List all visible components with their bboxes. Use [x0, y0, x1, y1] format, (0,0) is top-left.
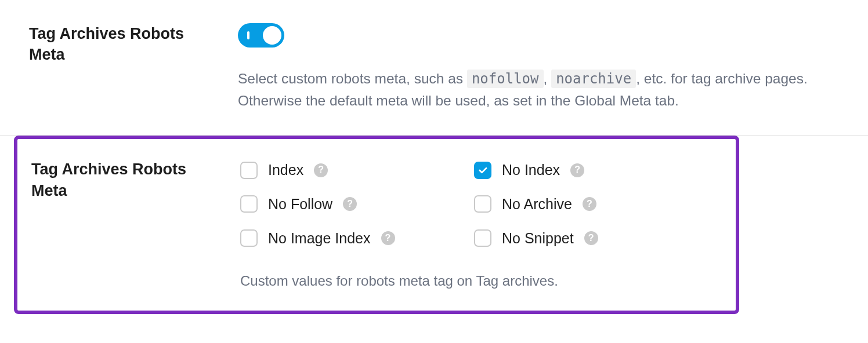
section-title: Tag Archives Robots Meta [31, 159, 226, 201]
checkbox-no-index[interactable] [474, 162, 491, 179]
code-nofollow: nofollow [467, 70, 544, 88]
checkbox-label: Index [268, 159, 303, 181]
checkbox-label: No Archive [502, 193, 572, 216]
help-icon[interactable]: ? [314, 163, 328, 177]
checkbox-label: No Snippet [502, 227, 574, 250]
help-icon[interactable]: ? [570, 163, 584, 177]
checkbox-grid: Index ? No Index ? No Follow ? [240, 159, 694, 249]
help-icon[interactable]: ? [583, 197, 596, 211]
robots-meta-toggle-section: Tag Archives Robots Meta Select custom r… [0, 0, 868, 136]
checkbox-row-no-archive: No Archive ? [474, 193, 694, 216]
toggle-on-indicator-icon [247, 31, 249, 39]
checkbox-label: No Follow [268, 193, 332, 216]
help-icon[interactable]: ? [584, 231, 598, 245]
help-icon[interactable]: ? [343, 197, 357, 211]
section-title: Tag Archives Robots Meta [29, 23, 224, 65]
checkbox-section-description: Custom values for robots meta tag on Tag… [240, 270, 694, 291]
section-label-col: Tag Archives Robots Meta [31, 159, 240, 201]
checkbox-row-index: Index ? [240, 159, 460, 181]
robots-meta-checkbox-panel: Tag Archives Robots Meta Index ? No Inde… [14, 136, 739, 313]
desc-text-pre: Select custom robots meta, such as [238, 71, 467, 86]
section-content-col: Index ? No Index ? No Follow ? [240, 159, 722, 291]
checkbox-row-no-follow: No Follow ? [240, 193, 460, 216]
checkbox-label: No Image Index [268, 227, 371, 250]
checkbox-row-no-image-index: No Image Index ? [240, 227, 460, 250]
checkbox-no-image-index[interactable] [240, 229, 258, 247]
robots-meta-checkbox-section: Tag Archives Robots Meta Index ? No Inde… [31, 159, 722, 291]
checkbox-no-follow[interactable] [240, 195, 258, 213]
section-label-col: Tag Archives Robots Meta [29, 23, 238, 65]
checkbox-row-no-snippet: No Snippet ? [474, 227, 694, 250]
code-noarchive: noarchive [551, 70, 636, 88]
section-content-col: Select custom robots meta, such as nofol… [238, 23, 868, 112]
help-icon[interactable]: ? [381, 231, 395, 245]
checkbox-label: No Index [502, 159, 560, 181]
checkbox-row-no-index: No Index ? [474, 159, 694, 181]
checkbox-no-archive[interactable] [474, 195, 491, 213]
check-icon [478, 165, 488, 176]
checkbox-index[interactable] [240, 162, 258, 179]
robots-meta-toggle[interactable] [238, 23, 284, 48]
checkbox-no-snippet[interactable] [474, 229, 491, 247]
section-description: Select custom robots meta, such as nofol… [238, 68, 840, 112]
toggle-knob-icon [263, 26, 281, 45]
desc-sep: , [544, 71, 552, 86]
